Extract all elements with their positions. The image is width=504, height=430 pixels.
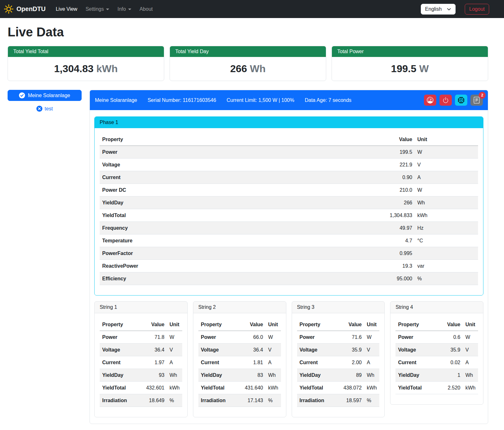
inverter-item-test[interactable]: test [8, 106, 82, 112]
unit-cell: A [266, 356, 281, 369]
value-cell: 49.97 [377, 222, 415, 234]
property-cell: YieldDay [100, 369, 142, 382]
value-cell: 93 [142, 369, 167, 382]
property-cell: Irradiation [100, 394, 142, 407]
language-value: English [425, 6, 442, 12]
inverter-card: Meine Solaranlage Serial Number: 1161716… [90, 90, 488, 424]
value-cell: 432.601 [142, 382, 167, 394]
column-property: Property [198, 318, 241, 331]
inverter-serial: Serial Number: 116171603546 [147, 97, 216, 103]
nav-item-about[interactable]: About [136, 4, 156, 15]
logout-button[interactable]: Logout [465, 4, 489, 15]
table-row: YieldDay 93 Wh [100, 369, 182, 382]
string-2-title: String 2 [193, 302, 286, 313]
column-unit: Unit [266, 318, 281, 331]
table-row: Current 0.02 A [395, 356, 478, 369]
limit-settings-button[interactable] [424, 95, 436, 106]
value-cell: 36.4 [142, 344, 167, 356]
nav-item-info[interactable]: Info [114, 4, 134, 15]
total-yield-total-value: 1,304.83 [54, 63, 94, 74]
page-title: Live Data [8, 25, 488, 39]
value-cell: 17.143 [241, 394, 266, 407]
property-cell: Voltage [395, 344, 438, 356]
unit-cell: W [463, 331, 478, 344]
column-value: Value [142, 318, 167, 331]
table-header-row: Property Value Unit [297, 318, 380, 331]
value-cell: 71.6 [339, 331, 364, 344]
unit-cell: Wh [415, 196, 478, 209]
property-cell: YieldDay [198, 369, 241, 382]
table-row: Efficiency 95.000 % [100, 272, 478, 285]
string-1-table: Property Value Unit Power [100, 318, 182, 407]
selected-inverter-button[interactable]: Meine Solaranlage [8, 90, 82, 101]
table-header-row: Property Value Unit [395, 318, 478, 331]
value-cell: 1.81 [241, 356, 266, 369]
property-cell: PowerFactor [100, 247, 377, 260]
value-cell: 0.02 [438, 356, 463, 369]
event-log-button[interactable]: 2 [470, 95, 483, 106]
unit-cell: V [266, 344, 281, 356]
property-cell: Voltage [100, 159, 377, 171]
nav-item-label: Info [117, 6, 126, 12]
unit-cell: % [266, 394, 281, 407]
unit-cell: Wh [364, 369, 379, 382]
unit-cell: V [167, 344, 182, 356]
inverter-data-age: Data Age: 7 seconds [305, 97, 352, 103]
nav-item-live-view[interactable]: Live View [53, 4, 80, 15]
value-cell: 19.3 [377, 260, 415, 272]
value-cell: 18.597 [339, 394, 364, 407]
property-cell: Voltage [297, 344, 340, 356]
string-4-title: String 4 [390, 302, 483, 313]
property-cell: Voltage [100, 344, 142, 356]
nav-item-label: Settings [85, 6, 104, 12]
value-cell: 266 [377, 196, 415, 209]
table-row: Voltage 221.9 V [100, 159, 478, 171]
unit-cell: Wh [463, 369, 478, 382]
power-button[interactable] [439, 95, 452, 106]
table-row: Current 0.90 A [100, 171, 478, 184]
table-row: YieldTotal 432.601 kWh [100, 382, 182, 394]
unit-cell: W [167, 331, 182, 344]
total-yield-total-card: Total Yield Total 1,304.83kWh [8, 46, 164, 81]
unit-cell: V [364, 344, 379, 356]
property-cell: YieldTotal [395, 382, 438, 394]
property-cell: YieldTotal [297, 382, 340, 394]
table-header-row: Property Value Unit [100, 318, 182, 331]
value-cell: 1.97 [142, 356, 167, 369]
table-row: Voltage 35.9 V [297, 344, 380, 356]
language-select[interactable]: English [421, 4, 456, 15]
column-property: Property [297, 318, 340, 331]
property-cell: Power [395, 331, 438, 344]
property-cell: ReactivePower [100, 260, 377, 272]
nav-item-settings[interactable]: Settings [82, 4, 112, 15]
inverter-name: Meine Solaranlage [95, 97, 137, 103]
table-header-row: Property Value Unit [198, 318, 281, 331]
table-row: Power 71.6 W [297, 331, 380, 344]
unit-cell: % [167, 394, 182, 407]
property-cell: Power [100, 331, 142, 344]
unit-cell: kWh [415, 209, 478, 222]
unit-cell: Wh [167, 369, 182, 382]
table-row: Current 1.97 A [100, 356, 182, 369]
property-cell: YieldDay [297, 369, 340, 382]
property-cell: YieldDay [395, 369, 438, 382]
brand[interactable]: OpenDTU [4, 4, 46, 14]
device-info-button[interactable] [455, 95, 467, 106]
table-row: Power DC 210.0 W [100, 184, 478, 196]
property-cell: Power DC [100, 184, 377, 196]
unit-cell: A [167, 356, 182, 369]
value-cell: 89 [339, 369, 364, 382]
total-yield-day-value: 266 [230, 63, 247, 74]
string-4-card: String 4 Property Value Unit [390, 301, 483, 405]
table-row: ReactivePower 19.3 var [100, 260, 478, 272]
value-cell: 199.5 [377, 146, 415, 159]
property-cell: YieldDay [100, 196, 377, 209]
inverter-actions: 2 [424, 95, 483, 106]
column-unit: Unit [463, 318, 478, 331]
table-row: YieldTotal 2.520 kWh [395, 382, 478, 394]
property-cell: YieldTotal [198, 382, 241, 394]
value-cell: 4.7 [377, 234, 415, 247]
total-yield-total-unit: kWh [96, 63, 118, 74]
total-yield-day-unit: Wh [250, 63, 266, 74]
string-2-table: Property Value Unit Power [198, 318, 281, 407]
